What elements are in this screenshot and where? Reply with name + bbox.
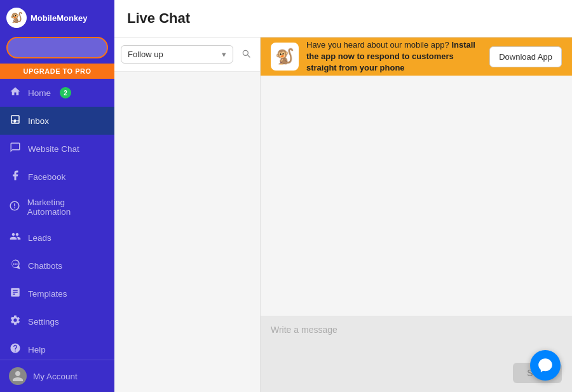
my-account-item[interactable]: My Account [0, 360, 114, 392]
sidebar-item-chatbots[interactable]: Chatbots [0, 252, 114, 280]
facebook-icon [9, 170, 22, 184]
sidebar-item-settings[interactable]: Settings [0, 308, 114, 335]
filter-dropdown[interactable]: Follow up ▾ [121, 45, 233, 64]
settings-icon [9, 314, 22, 328]
sidebar-header: 🐒 MobileMonkey [0, 0, 114, 33]
sidebar-item-marketing-automation[interactable]: Marketing Automation [0, 191, 114, 224]
sidebar-item-help-label: Help [28, 345, 46, 355]
message-placeholder[interactable]: Write a message [271, 325, 562, 335]
message-pane: 🐒 Have you heard about our mobile app? I… [261, 37, 572, 392]
conversation-list: Follow up ▾ [114, 37, 261, 392]
avatar [9, 367, 27, 385]
sidebar: 🐒 MobileMonkey UPGRADE TO PRO Home 2 Inb… [0, 0, 114, 392]
nav-items: Home 2 Inbox Website Chat Facebook [0, 79, 114, 360]
logo-icon: 🐒 [6, 8, 27, 28]
banner-text-before: Have you heard about our mobile app? [306, 40, 451, 50]
message-input-area: Write a message Send [261, 316, 572, 392]
sidebar-item-settings-label: Settings [28, 317, 59, 327]
my-account-label: My Account [33, 372, 78, 381]
conversation-messages-list [114, 72, 260, 392]
sidebar-item-inbox[interactable]: Inbox [0, 107, 114, 135]
message-body [261, 76, 572, 316]
chatbots-icon [9, 259, 22, 273]
sidebar-item-website-chat-label: Website Chat [28, 144, 79, 154]
sidebar-item-facebook[interactable]: Facebook [0, 163, 114, 191]
filter-selected-value: Follow up [128, 50, 163, 59]
logo-text: MobileMonkey [31, 13, 88, 23]
chat-area: Follow up ▾ 🐒 Have you heard about our m… [114, 37, 572, 392]
chevron-down-icon: ▾ [222, 50, 226, 59]
marketing-icon [9, 200, 21, 214]
main-header: Live Chat [114, 0, 572, 37]
convo-filter-bar: Follow up ▾ [114, 37, 260, 72]
notification-banner: 🐒 Have you heard about our mobile app? I… [261, 37, 572, 76]
sidebar-item-templates[interactable]: Templates [0, 280, 114, 308]
help-icon [9, 342, 22, 356]
templates-icon [9, 287, 22, 301]
inbox-icon [9, 114, 22, 128]
sidebar-item-chatbots-label: Chatbots [28, 261, 62, 271]
search-conversations-button[interactable] [238, 46, 254, 64]
send-row: Send [271, 363, 562, 383]
sidebar-item-inbox-label: Inbox [28, 116, 49, 126]
sidebar-item-website-chat[interactable]: Website Chat [0, 135, 114, 163]
sidebar-item-templates-label: Templates [28, 289, 67, 299]
sidebar-item-home-label: Home [28, 88, 51, 98]
sidebar-item-leads[interactable]: Leads [0, 224, 114, 252]
logo-area: 🐒 MobileMonkey [6, 8, 88, 28]
search-bar-wrapper [0, 33, 114, 64]
messenger-icon [537, 357, 554, 374]
banner-monkey-icon: 🐒 [271, 43, 299, 71]
main-content: Live Chat Follow up ▾ 🐒 Have you hea [114, 0, 572, 392]
page-title: Live Chat [127, 10, 559, 27]
home-badge: 2 [60, 87, 71, 98]
banner-text: Have you heard about our mobile app? Ins… [306, 39, 482, 74]
sidebar-item-marketing-label: Marketing Automation [27, 198, 106, 217]
website-chat-icon [9, 142, 22, 156]
home-icon [9, 86, 22, 100]
upgrade-button[interactable]: UPGRADE TO PRO [0, 64, 114, 79]
search-bar[interactable] [6, 37, 108, 58]
download-app-button[interactable]: Download App [489, 46, 562, 67]
svg-text:🐒: 🐒 [10, 11, 23, 24]
leads-icon [9, 231, 22, 245]
sidebar-item-facebook-label: Facebook [28, 172, 65, 182]
sidebar-item-help[interactable]: Help [0, 335, 114, 360]
sidebar-item-leads-label: Leads [28, 233, 51, 243]
messenger-fab[interactable] [530, 350, 561, 381]
sidebar-item-home[interactable]: Home 2 [0, 79, 114, 107]
sidebar-bottom: My Account [0, 360, 114, 392]
